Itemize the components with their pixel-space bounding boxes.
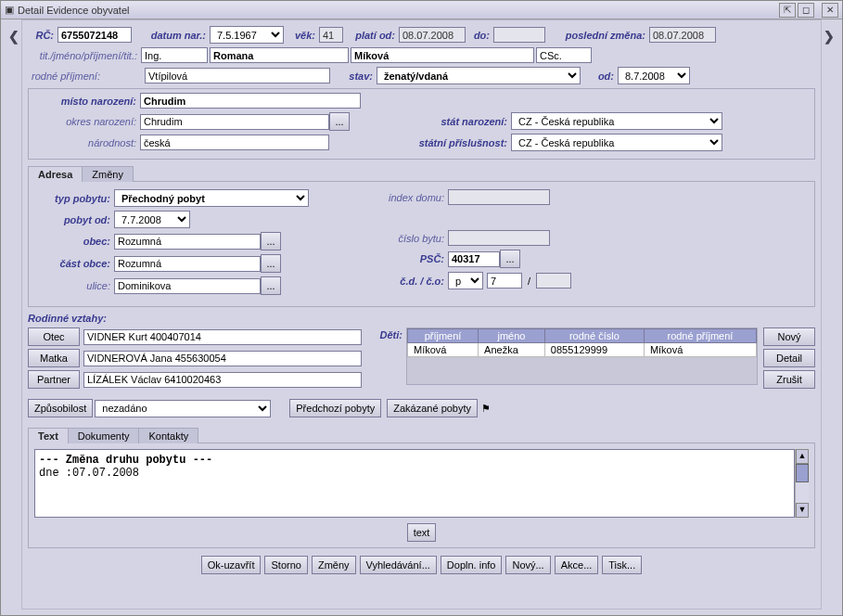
scroll-down-icon[interactable]: ▼	[796, 503, 809, 518]
plati-od-field	[399, 27, 466, 43]
stav-od-label: od:	[581, 71, 618, 82]
stav-od-field[interactable]: 8.7.2008	[618, 67, 690, 84]
stat-narozeni-select[interactable]: CZ - Česká republika	[511, 112, 722, 130]
notes-textarea[interactable]: --- Změna druhu pobytu --- dne :07.07.20…	[34, 449, 795, 518]
zpusobilost-button[interactable]: Způsobilost	[28, 399, 93, 417]
rodne-prijmeni-field[interactable]	[145, 68, 330, 83]
window-icon: ▣	[5, 4, 14, 16]
psc-lookup-button[interactable]: ...	[500, 250, 520, 268]
obec-field[interactable]	[114, 234, 261, 250]
narodnost-label: národnost:	[34, 137, 140, 148]
narodnost-field[interactable]	[140, 135, 329, 150]
zakazane-pobyty-button[interactable]: Zakázané pobyty	[387, 399, 478, 417]
scroll-thumb[interactable]	[796, 464, 809, 482]
typ-pobytu-select[interactable]: Přechodný pobyt	[114, 189, 309, 207]
cislo-bytu-field	[448, 230, 550, 246]
kids-col-jmeno: jméno	[479, 329, 545, 343]
pobyt-od-label: pobyt od:	[36, 214, 114, 225]
table-row[interactable]: Míková Anežka 0855129999 Míková	[408, 343, 757, 357]
cd-field[interactable]	[487, 273, 522, 289]
otec-button[interactable]: Otec	[28, 327, 80, 346]
cd-co-label: č.d. / č.o:	[361, 276, 448, 287]
notes-tabs: Text Dokumenty Kontakty	[28, 428, 815, 443]
rodne-prijmeni-label: rodné příjmení:	[28, 71, 145, 82]
datum-nar-field[interactable]: 7.5.1967	[210, 26, 284, 44]
misto-narozeni-field[interactable]	[140, 93, 361, 109]
deti-label: Děti:	[369, 327, 406, 391]
tab-text[interactable]: Text	[28, 428, 69, 443]
scroll-up-icon[interactable]: ▲	[796, 449, 809, 464]
pobyt-od-field[interactable]: 7.7.2008	[114, 211, 190, 228]
tab-adresa[interactable]: Adresa	[28, 166, 83, 182]
tisk-button[interactable]: Tisk...	[602, 556, 642, 574]
partner-field[interactable]	[83, 372, 362, 388]
okres-lookup-button[interactable]: ...	[329, 112, 350, 131]
obec-label: obec:	[36, 236, 114, 247]
vek-field	[319, 27, 343, 43]
otec-field[interactable]	[83, 329, 362, 345]
cislo-bytu-label: číslo bytu:	[361, 233, 448, 244]
partner-button[interactable]: Partner	[28, 370, 80, 389]
birth-group: místo narození: okres narození: ... náro…	[28, 88, 815, 160]
rc-field[interactable]	[57, 27, 132, 43]
flag-icon[interactable]: ⚑	[481, 403, 491, 415]
prijmeni-field[interactable]	[351, 47, 534, 63]
typ-pobytu-label: typ pobytu:	[36, 193, 114, 204]
kids-table-wrap: příjmení jméno rodné číslo rodné příjmen…	[406, 327, 758, 385]
vek-label: věk:	[284, 30, 319, 41]
nav-next-icon[interactable]: ❯	[822, 19, 837, 610]
address-tabs: Adresa Změny	[28, 166, 815, 182]
kids-detail-button[interactable]: Detail	[763, 349, 815, 367]
close-icon[interactable]: ✕	[822, 3, 838, 18]
kids-novy-button[interactable]: Nový	[763, 327, 815, 346]
cast-obce-field[interactable]	[114, 256, 261, 272]
matka-button[interactable]: Matka	[28, 349, 80, 367]
okres-narozeni-field[interactable]	[140, 114, 329, 130]
obec-lookup-button[interactable]: ...	[261, 232, 281, 250]
akce-button[interactable]: Akce...	[555, 556, 599, 574]
kids-zrusit-button[interactable]: Zrušit	[763, 370, 815, 389]
cd-type-select[interactable]: p	[448, 272, 483, 289]
psc-field[interactable]	[448, 251, 500, 267]
predchozi-pobyty-button[interactable]: Předchozí pobyty	[289, 399, 381, 417]
do-field	[493, 27, 545, 43]
zmeny-button[interactable]: Změny	[312, 556, 356, 574]
nav-prev-icon[interactable]: ❮	[6, 19, 21, 610]
ulice-field[interactable]	[114, 278, 261, 294]
posledni-zmena-label: poslední změna:	[545, 30, 649, 41]
novy-button[interactable]: Nový...	[505, 556, 550, 574]
index-domu-label: index domu:	[361, 192, 448, 203]
main-panel: RČ: datum nar.: 7.5.1967 věk: platí od: …	[21, 19, 822, 610]
cast-obce-lookup-button[interactable]: ...	[261, 254, 281, 273]
titul1-field[interactable]	[141, 47, 208, 63]
address-tabbody: typ pobytu: Přechodný pobyt pobyt od: 7.…	[28, 181, 815, 307]
dopln-info-button[interactable]: Dopln. info	[441, 556, 503, 574]
vyhledavani-button[interactable]: Vyhledávání...	[360, 556, 437, 574]
cast-obce-label: část obce:	[36, 258, 114, 269]
storno-button[interactable]: Storno	[264, 556, 307, 574]
matka-field[interactable]	[83, 351, 362, 366]
stat-narozeni-label: stát narození:	[405, 116, 511, 127]
zpusobilost-select[interactable]: nezadáno	[95, 400, 271, 417]
text-button[interactable]: text	[407, 523, 437, 542]
tab-dokumenty[interactable]: Dokumenty	[68, 428, 140, 443]
jmeno-field[interactable]	[210, 47, 349, 63]
ulice-label: ulice:	[36, 280, 114, 291]
tab-zmeny[interactable]: Změny	[82, 166, 134, 182]
notes-tabbody: --- Změna druhu pobytu --- dne :07.07.20…	[28, 443, 815, 548]
co-field	[536, 273, 571, 289]
index-domu-field	[448, 189, 550, 205]
restore-icon[interactable]: ⇱	[779, 3, 796, 18]
rc-label: RČ:	[28, 30, 57, 41]
stav-select[interactable]: ženatý/vdaná	[377, 67, 581, 84]
titul2-field[interactable]	[536, 47, 592, 63]
maximize-icon[interactable]: ◻	[798, 3, 814, 18]
kids-col-rp: rodné příjmení	[644, 329, 756, 343]
jmeno-label: tit./jméno/příjmení/tit.:	[28, 50, 141, 61]
ok-uzavrit-button[interactable]: Ok-uzavřít	[201, 556, 262, 574]
statni-prislusnost-select[interactable]: CZ - Česká republika	[511, 134, 722, 151]
scrollbar[interactable]: ▲ ▼	[795, 449, 809, 518]
ulice-lookup-button[interactable]: ...	[261, 276, 281, 295]
tab-kontakty[interactable]: Kontakty	[138, 428, 198, 443]
kids-table[interactable]: příjmení jméno rodné číslo rodné příjmen…	[407, 328, 757, 357]
